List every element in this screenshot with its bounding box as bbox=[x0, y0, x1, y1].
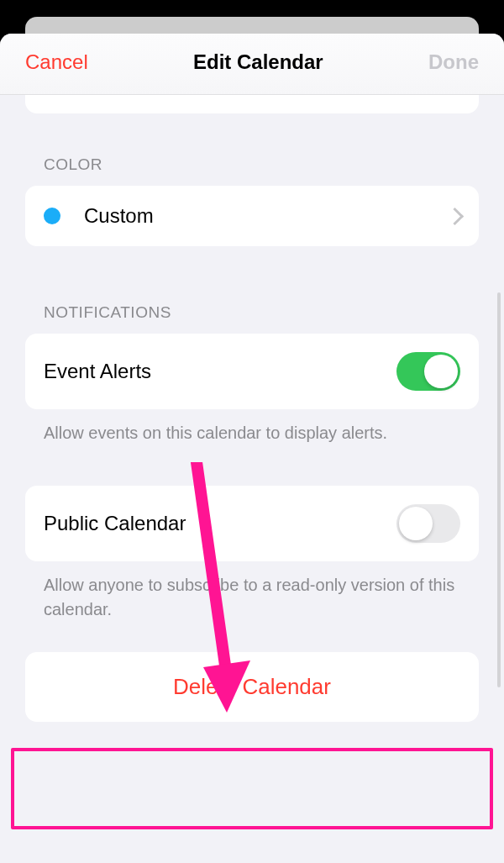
color-label: Custom bbox=[84, 204, 450, 228]
event-alerts-row: Event Alerts bbox=[25, 334, 479, 409]
public-calendar-label: Public Calendar bbox=[44, 512, 396, 535]
chevron-right-icon bbox=[450, 208, 460, 224]
navigation-bar: Cancel Edit Calendar Done bbox=[0, 34, 504, 95]
page-title: Edit Calendar bbox=[193, 50, 323, 74]
event-alerts-toggle[interactable] bbox=[396, 352, 460, 391]
public-calendar-footer: Allow anyone to subscribe to a read-only… bbox=[25, 561, 479, 622]
scroll-indicator[interactable] bbox=[497, 292, 501, 687]
event-alerts-label: Event Alerts bbox=[44, 360, 396, 383]
color-swatch-icon bbox=[44, 208, 60, 224]
previous-section-card-bottom bbox=[25, 95, 479, 113]
public-calendar-toggle[interactable] bbox=[396, 504, 460, 543]
delete-calendar-label: Delete Calendar bbox=[173, 674, 331, 699]
toggle-knob bbox=[399, 507, 433, 540]
cancel-button[interactable]: Cancel bbox=[25, 50, 88, 74]
color-row[interactable]: Custom bbox=[25, 186, 479, 246]
toggle-knob bbox=[424, 355, 458, 388]
delete-calendar-button[interactable]: Delete Calendar bbox=[25, 652, 479, 722]
event-alerts-footer: Allow events on this calendar to display… bbox=[25, 409, 479, 445]
content-area: COLOR Custom NOTIFICATIONS Event Alerts … bbox=[0, 95, 504, 722]
edit-calendar-sheet: Cancel Edit Calendar Done COLOR Custom N… bbox=[0, 34, 504, 863]
done-button[interactable]: Done bbox=[428, 50, 479, 74]
color-section-header: COLOR bbox=[25, 155, 479, 186]
public-calendar-row: Public Calendar bbox=[25, 486, 479, 561]
notifications-section-header: NOTIFICATIONS bbox=[25, 303, 479, 334]
